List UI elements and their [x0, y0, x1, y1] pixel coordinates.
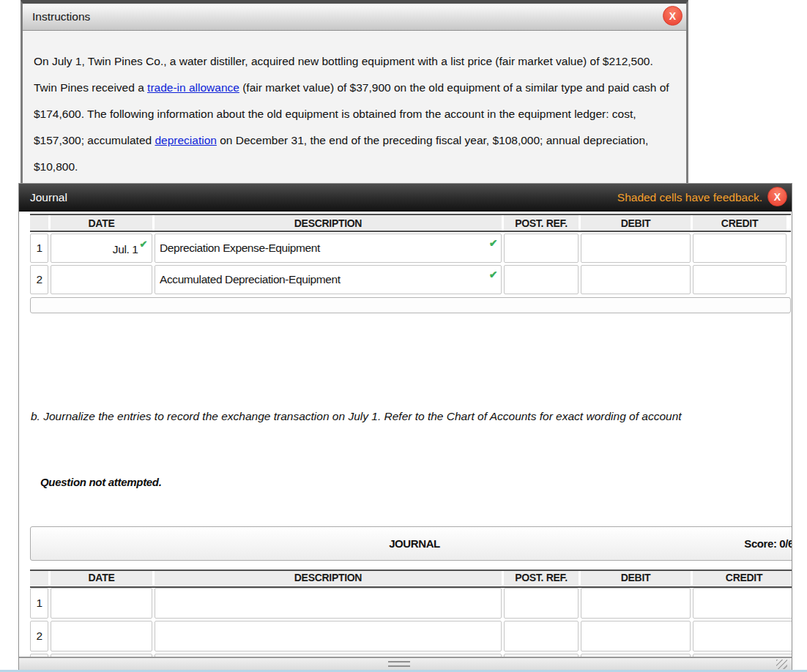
header-description: DESCRIPTION — [155, 570, 502, 586]
row-number: 2 — [30, 621, 48, 652]
journal-window: Journal Shaded cells have feedback. X DA… — [18, 183, 792, 671]
credit-cell[interactable] — [693, 265, 786, 294]
debit-cell[interactable] — [581, 265, 691, 294]
journal-title: Journal — [30, 191, 67, 204]
credit-cell[interactable] — [693, 588, 792, 619]
instructions-title: Instructions — [32, 10, 90, 23]
debit-cell[interactable] — [581, 588, 691, 619]
check-icon: ✔ — [489, 237, 497, 249]
description-cell[interactable]: Accumulated Depreciation-Equipment✔ — [155, 265, 502, 294]
description-cell[interactable] — [155, 588, 502, 619]
header-credit: CREDIT — [693, 570, 792, 586]
table-a-header-rule — [30, 231, 791, 232]
description-value: Accumulated Depreciation-Equipment — [160, 273, 341, 285]
row-number: 2 — [30, 265, 48, 294]
depreciation-link[interactable]: depreciation — [155, 134, 216, 146]
post-ref-cell[interactable] — [504, 265, 579, 294]
status-message: Question not attempted. — [40, 476, 162, 488]
date-cell[interactable] — [51, 621, 152, 652]
header-description: DESCRIPTION — [155, 215, 502, 231]
post-ref-cell[interactable] — [504, 234, 579, 263]
date-cell[interactable]: Jul. 1✔ — [51, 234, 152, 263]
trade-in-allowance-link[interactable]: trade-in allowance — [147, 81, 239, 94]
table-b-header-rule — [30, 586, 792, 588]
header-debit: DEBIT — [581, 215, 691, 231]
journal-titlebar: Journal Shaded cells have feedback. X — [19, 184, 792, 212]
instructions-titlebar: Instructions X — [23, 4, 686, 31]
horizontal-scrollbar[interactable] — [19, 657, 792, 670]
prompt-b-text: b. Journalize the entries to record the … — [31, 410, 682, 423]
score-label: Score: 0/6 — [744, 527, 792, 560]
header-rownum — [30, 215, 48, 231]
header-post-ref: POST. REF. — [504, 215, 579, 231]
header-date: DATE — [51, 570, 152, 586]
credit-cell[interactable] — [693, 621, 792, 652]
header-date: DATE — [51, 215, 152, 231]
table-row: 1 — [30, 588, 792, 619]
instructions-body: On July 1, Twin Pines Co., a water disti… — [23, 31, 686, 180]
header-post-ref: POST. REF. — [504, 570, 579, 586]
row-number: 1 — [30, 588, 48, 619]
resize-grip-icon[interactable] — [776, 660, 787, 669]
table-a-top-rule — [30, 214, 791, 215]
post-ref-cell[interactable] — [504, 621, 579, 652]
journal-table-b: DATE DESCRIPTION POST. REF. DEBIT CREDIT… — [28, 567, 792, 671]
description-value: Depreciation Expense-Equipment — [160, 242, 320, 254]
close-icon[interactable]: X — [767, 187, 787, 206]
header-credit: CREDIT — [693, 215, 786, 231]
header-debit: DEBIT — [581, 570, 691, 586]
scrollbar-grip-icon[interactable] — [388, 661, 410, 667]
date-cell[interactable] — [51, 588, 152, 619]
table-row: 2 — [30, 621, 792, 652]
table-row: 1 Jul. 1✔ Depreciation Expense-Equipment… — [30, 234, 786, 263]
description-cell[interactable] — [155, 621, 502, 652]
debit-cell[interactable] — [581, 234, 691, 263]
description-cell[interactable]: Depreciation Expense-Equipment✔ — [155, 234, 502, 263]
date-cell[interactable] — [51, 265, 152, 294]
instructions-window: Instructions X On July 1, Twin Pines Co.… — [21, 0, 688, 184]
journal-b-header: JOURNAL Score: 0/6 — [30, 526, 792, 561]
instructions-paragraph: On July 1, Twin Pines Co., a water disti… — [34, 48, 676, 180]
header-rownum — [30, 570, 48, 586]
feedback-note: Shaded cells have feedback. — [617, 191, 762, 204]
check-icon: ✔ — [140, 239, 148, 250]
journal-b-title: JOURNAL — [389, 537, 440, 550]
table-b-top-rule — [30, 570, 792, 571]
table-a-header-row: DATE DESCRIPTION POST. REF. DEBIT CREDIT — [30, 215, 786, 231]
credit-cell[interactable] — [693, 234, 786, 263]
journal-table-a: DATE DESCRIPTION POST. REF. DEBIT CREDIT… — [28, 213, 789, 296]
table-b-header-row: DATE DESCRIPTION POST. REF. DEBIT CREDIT — [30, 570, 792, 586]
journal-content: DATE DESCRIPTION POST. REF. DEBIT CREDIT… — [19, 212, 792, 670]
table-row: 2 Accumulated Depreciation-Equipment✔ — [30, 265, 786, 294]
post-ref-cell[interactable] — [504, 588, 579, 619]
close-icon[interactable]: X — [663, 6, 683, 26]
row-number: 1 — [30, 234, 48, 263]
table-a-footer-box — [30, 297, 791, 313]
check-icon: ✔ — [489, 269, 497, 280]
debit-cell[interactable] — [581, 621, 691, 652]
date-value: Jul. 1 — [113, 243, 138, 255]
